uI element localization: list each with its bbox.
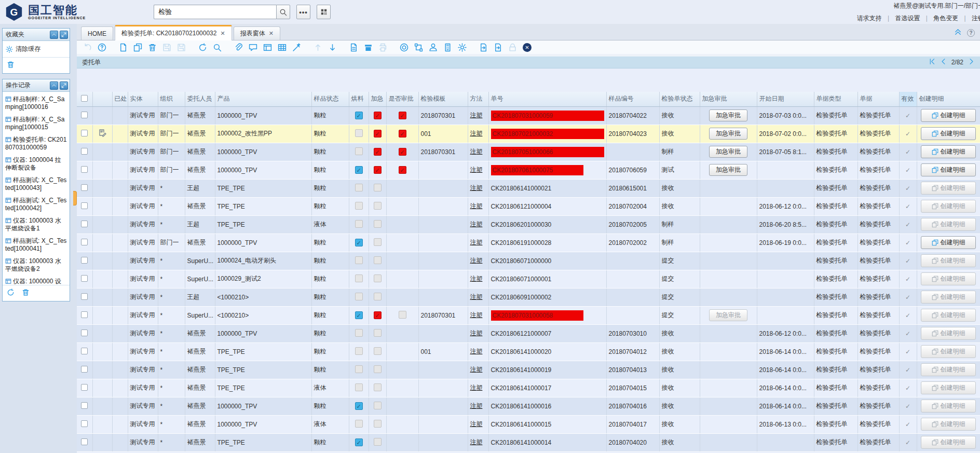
export-doc-button[interactable] (479, 43, 488, 52)
row-checkbox[interactable] (81, 438, 88, 445)
create-detail-button[interactable]: 创建明细 (921, 127, 976, 140)
table-row-14[interactable]: 测试专用*褚燕景TPE_TPE颗粒注塑CK2018061410000192018… (77, 361, 980, 379)
topbar-link-0[interactable]: 请求支持 (857, 15, 882, 22)
method-link[interactable]: 注塑 (470, 420, 483, 428)
bake-checkbox[interactable] (355, 256, 363, 264)
table-row-11[interactable]: 测试专用*SuperU...<1000210>颗粒✓✓2018070301注塑C… (77, 306, 980, 324)
history-item-2[interactable]: 检验委托单: CK201807031000059 (3, 133, 70, 154)
create-detail-button[interactable]: 创建明细 (921, 345, 976, 358)
bake-checkbox[interactable] (355, 365, 363, 373)
method-link[interactable]: 注塑 (470, 311, 483, 319)
create-detail-button[interactable]: 创建明细 (921, 218, 976, 231)
create-detail-button[interactable]: 创建明细 (921, 381, 976, 394)
approved-checkbox[interactable]: ✓ (399, 112, 406, 119)
bake-checkbox[interactable] (355, 420, 363, 428)
table-row-8[interactable]: 测试专用*SuperU...1000024_电动牙刷头颗粒注塑CK2018060… (77, 252, 980, 270)
urgent-checkbox[interactable] (374, 256, 382, 264)
create-detail-button[interactable]: 创建明细 (921, 163, 976, 176)
history-item-8[interactable]: 仪器: 1000003 水平燃烧设备2 (3, 255, 70, 275)
save-all-button[interactable] (177, 43, 186, 52)
urgent-approve-button[interactable]: 加急审批 (709, 146, 747, 158)
row-checkbox[interactable] (81, 239, 88, 245)
col-header-person[interactable]: 委托人员 (185, 92, 215, 106)
col-header-flag[interactable] (92, 92, 112, 106)
tab-1[interactable]: 检验委托单: CK201807021000032✕ (115, 25, 232, 40)
refresh-button[interactable] (198, 43, 207, 52)
table-row-17[interactable]: 测试专用*褚燕景1000000_TPV液体注塑CK201806141000015… (77, 415, 980, 433)
urgent-checkbox[interactable]: ✓ (374, 311, 382, 319)
table-row-9[interactable]: 测试专用*SuperU...1000029_测试2颗粒注塑CK201806071… (77, 270, 980, 288)
bake-checkbox[interactable]: ✓ (355, 239, 363, 246)
row-checkbox[interactable] (81, 311, 88, 318)
row-checkbox[interactable] (81, 402, 88, 409)
collapse-all-button[interactable] (954, 28, 962, 37)
method-link[interactable]: 注塑 (470, 184, 483, 191)
bake-checkbox[interactable]: ✓ (355, 112, 363, 119)
row-checkbox[interactable] (81, 112, 88, 118)
urgent-checkbox[interactable] (374, 238, 382, 246)
create-detail-button[interactable]: 创建明细 (921, 254, 976, 267)
col-header-valid[interactable]: 有效 (899, 92, 917, 106)
create-detail-button[interactable]: 创建明细 (921, 236, 976, 249)
history-item-6[interactable]: 仪器: 1000003 水平燃烧设备1 (3, 214, 70, 235)
lock-button[interactable] (508, 43, 517, 52)
urgent-checkbox[interactable] (374, 274, 382, 282)
export-pdf-button[interactable] (349, 43, 358, 52)
help-button[interactable] (98, 43, 106, 52)
history-item-0[interactable]: 样品制样: X_C_Samping[1000016 (3, 93, 70, 113)
first-page-button[interactable] (929, 58, 935, 66)
bake-checkbox[interactable]: ✓ (355, 402, 363, 410)
method-link[interactable]: 注塑 (470, 348, 483, 355)
col-header-template[interactable]: 检验模板 (418, 92, 468, 106)
create-detail-button[interactable]: 创建明细 (921, 145, 976, 158)
method-link[interactable]: 注塑 (470, 257, 483, 264)
urgent-checkbox[interactable] (374, 329, 382, 337)
row-checkbox[interactable] (81, 293, 88, 300)
col-header-urgent[interactable]: 加急 (369, 92, 386, 106)
table-row-10[interactable]: 测试专用*王超<1000210>颗粒注塑CK201806091000002提交检… (77, 288, 980, 306)
table-row-16[interactable]: 测试专用*褚燕景1000000_TPV颗粒✓注塑CK20180614100001… (77, 397, 980, 415)
urgent-approve-button[interactable]: 加急审批 (709, 109, 747, 121)
magic-wand-button[interactable] (292, 43, 301, 52)
urgent-checkbox[interactable]: ✓ (374, 130, 382, 138)
row-checkbox[interactable] (81, 420, 88, 427)
create-detail-button[interactable]: 创建明细 (921, 109, 976, 122)
device-button[interactable] (443, 43, 452, 52)
move-down-button[interactable] (328, 43, 337, 52)
search-button[interactable] (213, 43, 222, 52)
table-row-0[interactable]: 测试专用部门一褚燕景1000000_TPV颗粒✓✓✓2018070301注塑CK… (77, 106, 980, 125)
urgent-checkbox[interactable] (374, 202, 382, 210)
col-header-doc[interactable]: 单据 (857, 92, 899, 106)
table-row-4[interactable]: 测试专用*王超TPE_TPE颗粒注塑CK20180614100002120180… (77, 179, 980, 197)
table-row-6[interactable]: 测试专用*王超TPE_TPE液体注塑CK20180620100003020180… (77, 215, 980, 234)
history-item-9[interactable]: 仪器: 1000000 设备1 (3, 275, 70, 285)
col-header-urgentBtn[interactable]: 加急审批 (700, 92, 757, 106)
settings-button[interactable] (458, 43, 467, 52)
history-item-5[interactable]: 样品测试: X_C_Tested[1000042] (3, 194, 70, 214)
delete-button[interactable] (148, 43, 157, 52)
search-input[interactable] (154, 5, 276, 19)
method-link[interactable]: 注塑 (470, 130, 483, 137)
attachment-button[interactable] (234, 43, 243, 52)
link-target-button[interactable] (400, 43, 409, 52)
create-detail-button[interactable]: 创建明细 (921, 200, 976, 213)
col-header-method[interactable]: 方法 (468, 92, 488, 106)
urgent-checkbox[interactable] (374, 347, 382, 355)
col-header-startDate[interactable]: 开始日期 (757, 92, 814, 106)
row-checkbox[interactable] (81, 348, 88, 354)
bake-checkbox[interactable]: ✓ (355, 311, 363, 319)
method-link[interactable]: 注塑 (470, 166, 483, 173)
col-header-create[interactable]: 创建明细 (917, 92, 980, 106)
table-row-18[interactable]: 测试专用*褚燕景TPE_TPE颗粒✓注塑CK201806141000014201… (77, 433, 980, 451)
prev-page-button[interactable] (940, 58, 947, 66)
qr-code-button[interactable] (317, 5, 331, 19)
bake-checkbox[interactable] (355, 329, 363, 337)
method-link[interactable]: 注塑 (470, 148, 483, 155)
sidebar-collapse-handle[interactable] (73, 191, 77, 205)
more-options-button[interactable]: ••• (296, 5, 310, 19)
move-up-button[interactable] (314, 43, 322, 52)
col-header-approved[interactable]: 是否审批 (386, 92, 418, 106)
archive-button[interactable] (364, 43, 373, 52)
assign-user-button[interactable] (429, 43, 438, 52)
approved-checkbox[interactable]: ✓ (399, 148, 406, 156)
